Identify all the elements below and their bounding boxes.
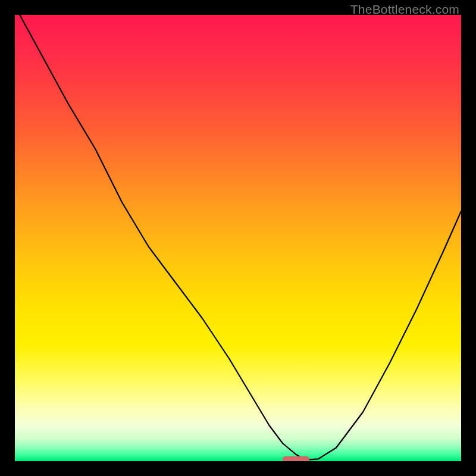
optimal-marker <box>283 456 309 461</box>
chart-frame: TheBottleneck.com <box>0 0 476 476</box>
chart-svg <box>15 15 461 461</box>
bottleneck-curve <box>15 15 461 460</box>
plot-area <box>15 15 461 461</box>
